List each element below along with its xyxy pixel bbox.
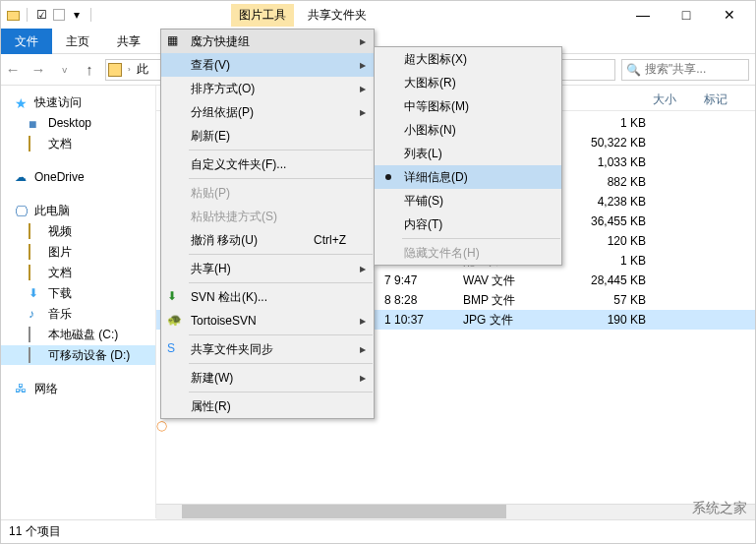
menu-magic[interactable]: ▦魔方快捷组▶ xyxy=(161,30,374,53)
view-list[interactable]: 列表(L) xyxy=(375,142,561,165)
check-icon xyxy=(385,174,391,180)
back-button[interactable]: ← xyxy=(3,60,23,80)
horizontal-scrollbar[interactable] xyxy=(156,504,755,519)
removable-d[interactable]: 可移动设备 (D:) xyxy=(1,345,155,365)
onedrive[interactable]: ☁OneDrive xyxy=(1,167,155,187)
menu-undo[interactable]: 撤消 移动(U)Ctrl+Z xyxy=(161,228,374,252)
local-disk-c[interactable]: 本地磁盘 (C:) xyxy=(1,325,155,344)
props-icon[interactable] xyxy=(53,9,65,21)
menu-share[interactable]: 共享(H)▶ xyxy=(161,257,374,280)
view-md[interactable]: 中等图标(M) xyxy=(375,94,561,118)
search-box[interactable]: 🔍 搜索"共享... xyxy=(621,59,749,81)
tab-share[interactable]: 共享 xyxy=(103,29,154,54)
menu-sort[interactable]: 排序方式(O)▶ xyxy=(161,77,374,100)
tab-file[interactable]: 文件 xyxy=(1,29,52,54)
history-button[interactable]: ⅴ xyxy=(54,60,74,80)
this-pc[interactable]: 🖵此电脑 xyxy=(1,201,155,220)
item-count: 11 个项目 xyxy=(9,523,61,540)
check-icon[interactable]: ☑ xyxy=(33,7,49,23)
caret-icon[interactable]: ▾ xyxy=(69,7,85,23)
watermark: 系统之家 xyxy=(692,500,747,517)
menu-props[interactable]: 属性(R) xyxy=(161,394,374,418)
view-lg[interactable]: 大图标(R) xyxy=(375,71,561,94)
menu-group[interactable]: 分组依据(P)▶ xyxy=(161,100,374,124)
documents[interactable]: 文档 xyxy=(1,134,155,153)
documents2[interactable]: 文档 xyxy=(1,263,155,282)
menu-custom[interactable]: 自定义文件夹(F)... xyxy=(161,152,374,176)
minimize-button[interactable]: — xyxy=(621,1,665,29)
menu-refresh[interactable]: 刷新(E) xyxy=(161,124,374,148)
downloads[interactable]: ⬇下载 xyxy=(1,283,155,303)
nav-tree: ★快速访问 ■Desktop 文档 ☁OneDrive 🖵此电脑 视频 图片 文… xyxy=(1,86,156,518)
menu-paste-shortcut: 粘贴快捷方式(S) xyxy=(161,205,374,228)
menu-paste: 粘贴(P) xyxy=(161,181,374,205)
context-menu: ▦魔方快捷组▶ 查看(V)▶ 排序方式(O)▶ 分组依据(P)▶ 刷新(E) 自… xyxy=(160,29,375,419)
pictures[interactable]: 图片 xyxy=(1,242,155,262)
col-size[interactable]: 大小 xyxy=(578,91,676,108)
context-tab[interactable]: 图片工具 xyxy=(231,4,294,27)
search-placeholder: 搜索"共享... xyxy=(645,61,706,78)
col-tag[interactable]: 标记 xyxy=(676,91,755,108)
music[interactable]: ♪音乐 xyxy=(1,304,155,324)
menu-new[interactable]: 新建(W)▶ xyxy=(161,366,374,390)
network[interactable]: 🖧网络 xyxy=(1,379,155,398)
view-hide: 隐藏文件名(H) xyxy=(375,241,561,265)
videos[interactable]: 视频 xyxy=(1,221,155,241)
close-button[interactable]: ✕ xyxy=(708,1,751,29)
view-content[interactable]: 内容(T) xyxy=(375,212,561,236)
titlebar: ☑ ▾ 图片工具 共享文件夹 — □ ✕ xyxy=(1,1,755,29)
folder-icon xyxy=(108,63,122,77)
folder-icon xyxy=(5,7,21,23)
up-button[interactable]: ↑ xyxy=(80,60,99,80)
view-detail[interactable]: 详细信息(D) xyxy=(375,165,561,189)
view-submenu: 超大图标(X) 大图标(R) 中等图标(M) 小图标(N) 列表(L) 详细信息… xyxy=(374,46,562,266)
view-tile[interactable]: 平铺(S) xyxy=(375,189,561,212)
menu-svn-checkout[interactable]: ⬇SVN 检出(K)... xyxy=(161,285,374,309)
address-text: 此 xyxy=(137,61,148,78)
status-bar: 11 个项目 xyxy=(1,519,755,543)
menu-sync[interactable]: S共享文件夹同步▶ xyxy=(161,337,374,361)
marker-icon: ◯ xyxy=(156,420,167,431)
window-title: 共享文件夹 xyxy=(308,7,367,24)
qat: ☑ ▾ xyxy=(5,7,93,23)
menu-tortoisesvn[interactable]: 🐢TortoiseSVN▶ xyxy=(161,309,374,332)
forward-button[interactable]: → xyxy=(29,60,48,80)
menu-view[interactable]: 查看(V)▶ xyxy=(161,53,374,77)
tab-home[interactable]: 主页 xyxy=(52,29,103,54)
search-icon: 🔍 xyxy=(626,63,641,77)
view-sm[interactable]: 小图标(N) xyxy=(375,118,561,142)
maximize-button[interactable]: □ xyxy=(665,1,708,29)
view-xl[interactable]: 超大图标(X) xyxy=(375,47,561,71)
quick-access[interactable]: ★快速访问 xyxy=(1,92,155,112)
desktop[interactable]: ■Desktop xyxy=(1,113,155,133)
